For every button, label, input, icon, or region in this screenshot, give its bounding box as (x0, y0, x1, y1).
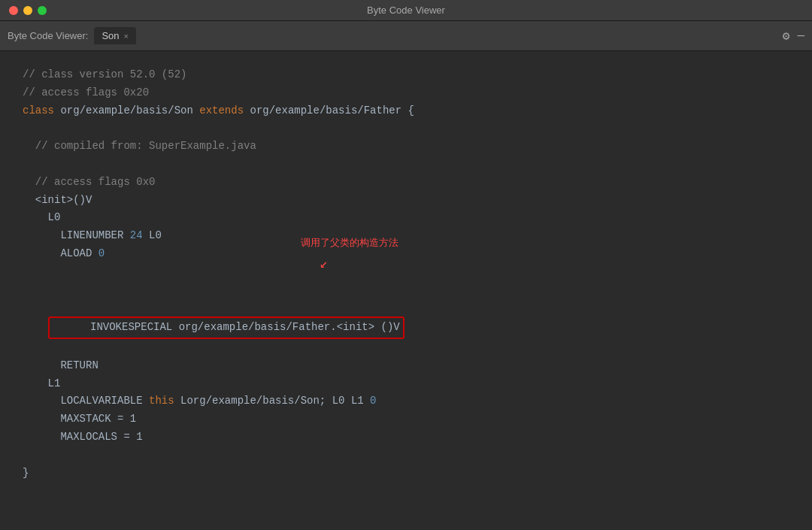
toolbar: Byte Code Viewer: Son × ⚙ — (0, 21, 812, 51)
class-name-son: org/example/basis/Son (60, 104, 199, 117)
code-area: // class version 52.0 (52) // access fla… (0, 51, 812, 530)
traffic-lights (9, 6, 47, 15)
code-line-11: ALOAD 0 (23, 245, 789, 263)
maximize-button[interactable] (38, 6, 47, 15)
code-line-12: 调用了父类的构造方法 ↙ INVOKESPECIAL org/example/b… (23, 263, 789, 357)
tab-son[interactable]: Son × (94, 27, 136, 44)
code-line-5: // compiled from: SuperExample.java (23, 138, 789, 156)
code-line-6 (23, 156, 789, 174)
keyword-this: this (149, 395, 174, 407)
code-line-15: LOCALVARIABLE this Lorg/example/basis/So… (23, 392, 789, 410)
code-line-14: L1 (23, 375, 789, 393)
highlighted-invokespecial: INVOKESPECIAL org/example/basis/Father.<… (48, 316, 404, 339)
code-line-8: <init>()V (23, 192, 789, 210)
tab-close-button[interactable]: × (124, 32, 129, 41)
code-line-19: } (23, 465, 789, 483)
code-line-10: LINENUMBER 24 L0 (23, 227, 789, 245)
window-minimize-icon[interactable]: — (797, 29, 804, 43)
keyword-extends: extends (199, 104, 244, 117)
code-line-13: RETURN (23, 357, 789, 375)
code-line-3: class org/example/basis/Son extends org/… (23, 102, 789, 120)
class-name-father: org/example/basis/Father { (244, 104, 414, 117)
number-24: 24 (130, 229, 143, 241)
close-button[interactable] (9, 6, 18, 15)
code-line-17: MAXLOCALS = 1 (23, 429, 789, 447)
code-line-9: L0 (23, 209, 789, 227)
annotation-arrow: ↙ (320, 253, 328, 276)
title-bar: Byte Code Viewer (0, 0, 812, 21)
code-line-18 (23, 447, 789, 465)
toolbar-label: Byte Code Viewer: (8, 30, 88, 41)
keyword-class: class (23, 104, 60, 117)
tab-son-label: Son (102, 30, 119, 41)
window-title: Byte Code Viewer (367, 5, 445, 16)
code-line-2: // access flags 0x20 (23, 84, 789, 102)
toolbar-icons: ⚙ — (783, 29, 804, 44)
number-0-localvar: 0 (370, 395, 376, 407)
code-line-4 (23, 120, 789, 138)
settings-icon[interactable]: ⚙ (783, 29, 790, 44)
code-line-16: MAXSTACK = 1 (23, 410, 789, 429)
code-line-7: // access flags 0x0 (23, 174, 789, 192)
minimize-button[interactable] (23, 6, 32, 15)
annotation-text: 调用了父类的构造方法 (301, 235, 398, 251)
number-0-aload: 0 (98, 247, 105, 259)
code-line-1: // class version 52.0 (52) (23, 66, 789, 84)
